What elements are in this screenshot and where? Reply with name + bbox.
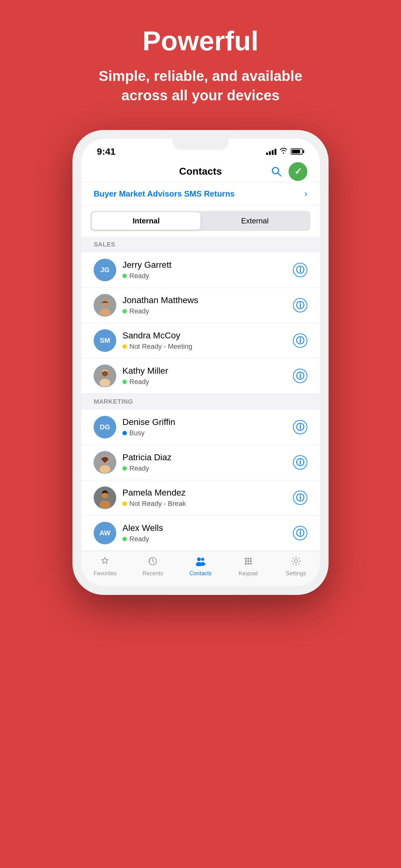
status-dot-aw [123,537,127,541]
contact-status-sm: Not Ready - Meeting [123,342,287,350]
keypad-label: Keypad [239,570,258,577]
banner[interactable]: Buyer Market Advisors SMS Returns › [81,183,320,205]
info-button-jg[interactable]: ⓘ [293,263,307,277]
section-label-sales: SALES [94,241,115,248]
status-icons [266,148,304,156]
contact-list-sales: JG Jerry Garrett Ready ⓘ [81,252,320,394]
contact-info-km: Kathy Miller Ready [123,366,287,386]
contact-item-pm[interactable]: Pamela Mendez Not Ready - Break ⓘ [81,480,320,516]
tab-switch: Internal External [91,211,310,231]
status-text-jm: Ready [129,307,149,315]
nav-item-contacts[interactable]: Contacts [177,556,225,577]
svg-point-11 [100,465,110,473]
settings-icon [291,556,301,568]
contact-status-aw: Ready [123,535,287,543]
status-dot-pd [123,466,127,470]
nav-item-favorites[interactable]: Favorites [81,556,129,577]
contact-name-pd: Patricia Diaz [123,453,287,462]
contact-info-pd: Patricia Diaz Ready [123,453,287,472]
notch [172,139,229,150]
nav-item-settings[interactable]: Settings [272,556,320,577]
contact-name-dg: Denise Griffin [123,417,287,427]
status-text-pm: Not Ready - Break [129,500,186,508]
status-dot-jg [123,274,127,278]
svg-point-12 [94,487,116,509]
contact-item-aw[interactable]: AW Alex Wells Ready ⓘ [81,516,320,551]
nav-item-keypad[interactable]: Keypad [224,556,272,577]
contact-name-jm: Jonathan Matthews [123,295,287,305]
svg-point-16 [197,557,201,561]
contact-status-km: Ready [123,378,287,386]
status-dot-km [123,380,127,384]
hero-title: Powerful [142,25,259,57]
info-button-km[interactable]: ⓘ [293,369,307,383]
contacts-icon [195,556,206,568]
svg-line-1 [278,173,281,176]
contact-item-pd[interactable]: Patricia Diaz Ready ⓘ [81,445,320,480]
svg-point-8 [100,379,110,387]
contact-name-sm: Sandra McCoy [123,331,287,341]
svg-point-23 [245,560,247,562]
avatar-jm [94,294,116,316]
contact-status-pd: Ready [123,464,287,472]
avatar-initials-jg: JG [100,266,109,274]
contact-item-sm[interactable]: SM Sandra McCoy Not Ready - Meeting ⓘ [81,323,320,359]
avatar-initials-dg: DG [100,423,110,431]
status-dot-pm [123,501,127,506]
info-button-dg[interactable]: ⓘ [293,420,307,434]
tab-internal[interactable]: Internal [92,212,201,230]
status-dot-jm [123,309,127,313]
recents-label: Recents [142,570,163,577]
contact-list-marketing: DG Denise Griffin Busy ⓘ [81,410,320,551]
svg-point-13 [101,492,108,498]
contact-item-jm[interactable]: Jonathan Matthews Ready ⓘ [81,288,320,323]
section-header-marketing: MARKETING [81,394,320,410]
search-button[interactable] [269,164,283,179]
nav-actions [269,162,307,181]
svg-point-29 [295,560,298,563]
avatar-sm: SM [94,329,116,352]
svg-point-27 [247,563,249,565]
status-dot-sm [123,344,127,349]
contact-name-jg: Jerry Garrett [123,260,287,270]
status-text-km: Ready [129,378,149,386]
status-dot-dg [123,431,127,435]
status-text-aw: Ready [129,535,149,543]
svg-point-18 [201,558,204,561]
nav-title: Contacts [179,165,222,177]
contact-info-dg: Denise Griffin Busy [123,417,287,437]
app-content: Contacts Buyer Market Advisors SMS Retur… [81,161,320,586]
contact-info-sm: Sandra McCoy Not Ready - Meeting [123,331,287,350]
svg-point-24 [247,560,249,562]
contact-info-pm: Pamela Mendez Not Ready - Break [123,488,287,508]
contact-item-jg[interactable]: JG Jerry Garrett Ready ⓘ [81,252,320,288]
contact-item-km[interactable]: Kathy Miller Ready ⓘ [81,359,320,394]
nav-item-recents[interactable]: Recents [129,556,177,577]
recents-icon [148,556,158,568]
contacts-label: Contacts [189,570,211,577]
svg-point-2 [94,294,116,316]
keypad-icon [243,556,253,568]
info-button-pd[interactable]: ⓘ [293,455,307,470]
avatar-initials-aw: AW [99,529,110,537]
favorites-icon [100,556,110,568]
svg-point-10 [101,456,108,463]
settings-label: Settings [286,570,306,577]
info-button-pm[interactable]: ⓘ [293,491,307,505]
svg-point-22 [250,558,252,560]
avatar-jg: JG [94,259,116,281]
tab-external[interactable]: External [201,212,309,230]
nav-header: Contacts [81,161,320,183]
signal-icon [266,148,276,155]
section-header-sales: SALES [81,237,320,252]
info-button-jm[interactable]: ⓘ [293,298,307,312]
info-button-sm[interactable]: ⓘ [293,333,307,348]
ready-button[interactable] [289,162,307,181]
favorites-label: Favorites [93,570,116,577]
svg-point-26 [245,563,247,565]
info-button-aw[interactable]: ⓘ [293,526,307,540]
status-bar: 9:41 [81,139,320,161]
contact-item-dg[interactable]: DG Denise Griffin Busy ⓘ [81,410,320,445]
avatar-pd [94,451,116,474]
svg-point-7 [101,370,108,376]
